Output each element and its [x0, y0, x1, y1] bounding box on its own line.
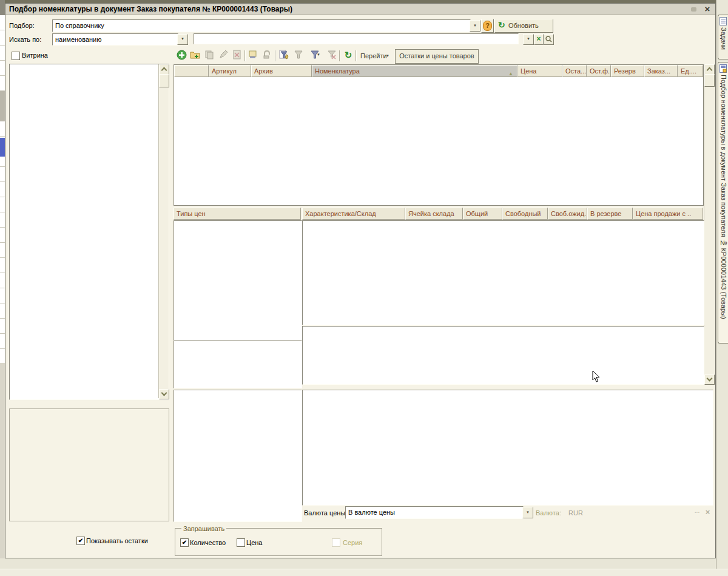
- tab-selection-window-label: Подбор номенклатуры в документ Заказ пок…: [720, 75, 727, 319]
- scroll-thumb[interactable]: [159, 74, 169, 87]
- pin-icon[interactable]: [691, 7, 696, 12]
- stock-table-header[interactable]: Характеристика/Склад Ячейка склада Общий…: [302, 208, 703, 220]
- filter-by-value-icon: [292, 50, 305, 62]
- dialog-titlebar[interactable]: Подбор номенклатуры в документ Заказ пок…: [5, 4, 715, 15]
- stock-prices-button[interactable]: Остатки и цены товаров: [395, 49, 479, 64]
- move-to-group-icon: [261, 50, 273, 62]
- column-header-total[interactable]: Общий: [463, 208, 502, 220]
- column-header-reserve[interactable]: Резерв: [611, 65, 644, 77]
- search-by-value: наименованию: [55, 35, 102, 44]
- add-item-icon[interactable]: [175, 50, 187, 62]
- hierarchy-view-icon[interactable]: [247, 50, 259, 62]
- go-menu-button[interactable]: Перейти ▼: [359, 51, 392, 61]
- help-button[interactable]: ?: [481, 19, 494, 33]
- stock-table-lower-body[interactable]: [302, 326, 704, 385]
- currency-combobox[interactable]: В валюте цены: [345, 506, 524, 519]
- column-header-unit[interactable]: Ед....: [678, 65, 703, 77]
- search-by-dropdown-button[interactable]: ▼: [177, 34, 188, 45]
- refresh-list-icon[interactable]: ↻: [342, 49, 354, 61]
- series-checkbox: [332, 538, 340, 547]
- search-by-label: Искать по:: [9, 35, 41, 44]
- chevron-down-icon: [161, 390, 167, 396]
- column-header-characteristic[interactable]: Характеристика/Склад: [302, 208, 405, 220]
- add-group-icon[interactable]: [189, 50, 201, 62]
- scroll-down-button[interactable]: [159, 389, 169, 399]
- tab-tasks-label: Задачи: [720, 27, 727, 50]
- price-checkbox[interactable]: [237, 538, 245, 547]
- tab-tasks[interactable]: Задачи: [718, 15, 728, 59]
- quantity-checkbox[interactable]: ✔: [180, 538, 189, 547]
- screen: Подбор номенклатуры в документ Заказ пок…: [0, 0, 728, 576]
- search-clear-button[interactable]: ×: [534, 34, 544, 45]
- column-header-remain[interactable]: Оста...: [562, 65, 587, 77]
- check-icon: ✔: [182, 539, 187, 546]
- column-header-nomenclature[interactable]: Номенклатура ▲: [312, 65, 517, 77]
- status-bar: CAP NUM: [0, 569, 728, 576]
- below-dialog-strip: [0, 558, 728, 569]
- clear-icon: ×: [536, 35, 541, 43]
- column-header-archive[interactable]: Архив: [251, 65, 312, 77]
- pick-combobox[interactable]: По справочнику: [52, 19, 471, 32]
- dropdown-icon: ▼: [526, 510, 530, 514]
- dropdown-icon: ▼: [317, 53, 320, 56]
- scroll-up-button[interactable]: [159, 64, 169, 75]
- search-input[interactable]: [194, 33, 519, 44]
- close-icon[interactable]: ×: [703, 4, 712, 14]
- dropdown-icon: ▼: [181, 37, 184, 41]
- pick-dropdown-button[interactable]: ▼: [470, 20, 480, 32]
- column-header-free-expected[interactable]: Своб.ожид.: [548, 208, 587, 220]
- items-table-body[interactable]: [174, 78, 703, 205]
- sort-asc-icon: ▲: [508, 69, 513, 77]
- refresh-button[interactable]: ↻ Обновить: [494, 19, 553, 33]
- background-selected-row: [0, 138, 5, 157]
- currency-clear-button: ×: [703, 507, 712, 517]
- filter-settings-icon[interactable]: [278, 50, 290, 62]
- items-table[interactable]: Артикул Архив Номенклатура ▲ Цена Оста..…: [174, 64, 704, 206]
- items-table-header[interactable]: Артикул Архив Номенклатура ▲ Цена Оста..…: [174, 65, 703, 78]
- column-header-cell[interactable]: Ячейка склада: [405, 208, 463, 220]
- column-header-marker[interactable]: [174, 65, 209, 77]
- column-header-sale-price[interactable]: Цена продажи с ..: [633, 208, 703, 220]
- column-header-remain-fact[interactable]: Ост.ф.: [587, 65, 611, 77]
- scroll-down-button[interactable]: [704, 374, 715, 385]
- currency-combobox-value: В валюте цены: [348, 508, 395, 517]
- stock-table-body[interactable]: [302, 220, 704, 325]
- price-types-title[interactable]: Типы цен: [174, 208, 301, 220]
- clear-icon: ×: [706, 507, 710, 517]
- currency-dropdown-button[interactable]: ▼: [522, 507, 533, 518]
- currency-select-button: ...: [692, 507, 703, 517]
- column-header-in-reserve[interactable]: В резерве: [587, 208, 633, 220]
- search-find-button[interactable]: [544, 34, 554, 45]
- prices-detail-panel[interactable]: [302, 390, 713, 506]
- price-types-values-panel[interactable]: [174, 390, 302, 522]
- group-tree-panel[interactable]: [9, 64, 169, 400]
- series-label: Серия: [343, 538, 362, 547]
- request-group-legend: Запрашивать: [181, 524, 226, 533]
- price-label: Цена: [246, 538, 262, 547]
- quick-filter-icon[interactable]: ▼: [306, 50, 323, 62]
- column-header-article[interactable]: Артикул: [209, 65, 251, 77]
- scroll-up-button[interactable]: [704, 64, 715, 75]
- price-types-header[interactable]: Типы цен: [174, 208, 301, 220]
- column-header-price[interactable]: Цена: [517, 65, 562, 77]
- column-header-order[interactable]: Заказ...: [644, 65, 678, 77]
- toolbar-separator: [356, 50, 357, 61]
- description-panel: [9, 408, 169, 521]
- main-vertical-scrollbar[interactable]: [704, 64, 715, 384]
- refresh-icon: ↻: [498, 20, 505, 30]
- show-remains-checkbox[interactable]: ✔: [76, 537, 85, 545]
- search-by-combobox[interactable]: наименованию: [52, 33, 178, 46]
- vitrina-checkbox[interactable]: [12, 52, 20, 60]
- column-header-free[interactable]: Свободный: [502, 208, 548, 220]
- dialog-title: Подбор номенклатуры в документ Заказ пок…: [9, 5, 292, 13]
- price-types-extra-box[interactable]: [174, 341, 302, 388]
- edit-item-icon: [217, 50, 229, 62]
- group-tree-scrollbar[interactable]: [158, 64, 169, 398]
- search-history-dropdown-button[interactable]: ▼: [523, 34, 534, 45]
- tab-selection-window[interactable]: Подбор номенклатуры в документ Заказ пок…: [718, 62, 728, 344]
- price-types-list[interactable]: [174, 220, 302, 341]
- tasks-icon: [720, 17, 727, 25]
- dropdown-icon: ▼: [473, 24, 477, 27]
- scroll-thumb[interactable]: [704, 74, 715, 87]
- dropdown-icon: ▼: [527, 37, 530, 41]
